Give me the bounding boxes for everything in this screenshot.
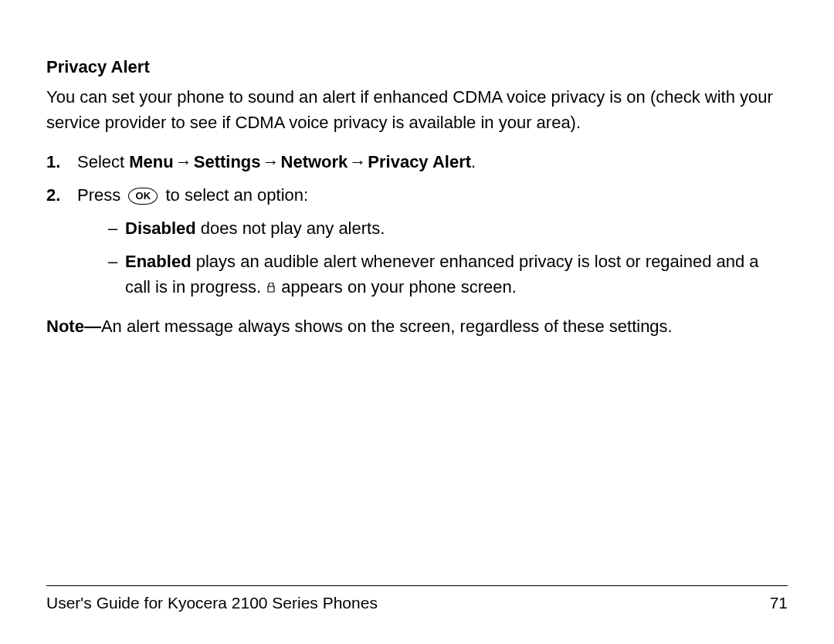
footer-rule xyxy=(46,585,788,586)
arrow-icon: → xyxy=(174,152,194,171)
option-label-disabled: Disabled xyxy=(125,219,196,238)
dash: – xyxy=(108,249,117,274)
step-text-pre: Press xyxy=(77,185,125,205)
intro-paragraph: You can set your phone to sound an alert… xyxy=(46,84,788,135)
note-label: Note— xyxy=(46,317,101,336)
option-desc: does not play any alerts. xyxy=(196,219,385,238)
step-text: Select xyxy=(77,152,129,171)
menu-path-privacy-alert: Privacy Alert xyxy=(368,152,471,171)
period: . xyxy=(471,152,476,171)
page-number: 71 xyxy=(770,591,788,615)
note-paragraph: Note—An alert message always shows on th… xyxy=(46,314,788,339)
note-text: An alert message always shows on the scr… xyxy=(101,317,673,336)
step-1: 1. Select Menu→Settings→Network→Privacy … xyxy=(68,149,788,175)
page-footer: User's Guide for Kyocera 2100 Series Pho… xyxy=(46,585,788,615)
option-enabled: – Enabled plays an audible alert wheneve… xyxy=(108,249,788,300)
dash: – xyxy=(108,215,117,241)
menu-path-menu: Menu xyxy=(129,152,173,171)
menu-path-network: Network xyxy=(281,152,348,171)
option-label-enabled: Enabled xyxy=(125,252,192,271)
step-number: 2. xyxy=(46,182,60,208)
step-number: 1. xyxy=(46,149,60,175)
arrow-icon: → xyxy=(261,152,281,171)
step-2: 2. Press OK to select an option: – Disab… xyxy=(68,182,788,300)
arrow-icon: → xyxy=(348,152,368,171)
lock-icon xyxy=(267,282,275,297)
option-desc-b: appears on your phone screen. xyxy=(276,277,517,297)
section-heading: Privacy Alert xyxy=(46,54,788,80)
step-text-post: to select an option: xyxy=(161,185,308,205)
steps-list: 1. Select Menu→Settings→Network→Privacy … xyxy=(46,149,788,300)
page-content: Privacy Alert You can set your phone to … xyxy=(46,54,788,339)
menu-path-settings: Settings xyxy=(194,152,261,171)
footer-title: User's Guide for Kyocera 2100 Series Pho… xyxy=(46,591,378,615)
options-list: – Disabled does not play any alerts. – E… xyxy=(77,215,788,300)
ok-button-icon: OK xyxy=(128,188,158,205)
option-disabled: – Disabled does not play any alerts. xyxy=(108,215,788,241)
